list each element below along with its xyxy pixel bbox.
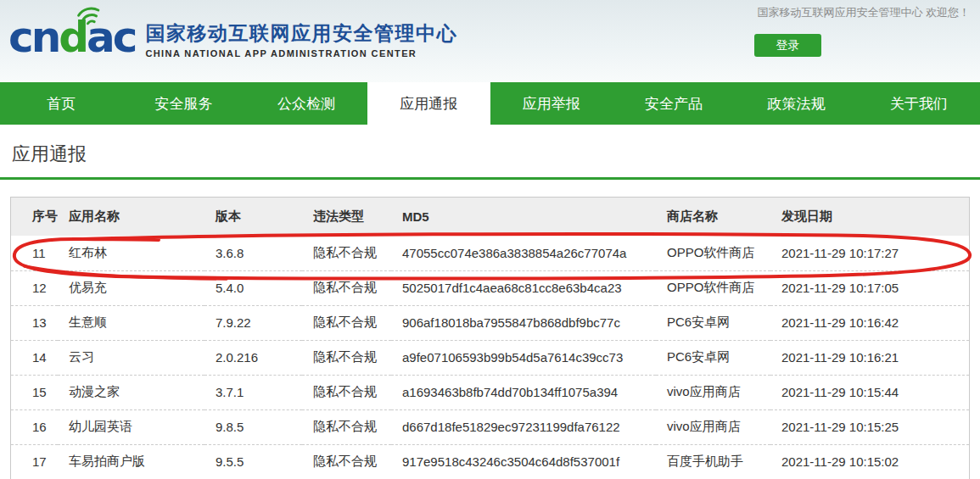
cell-found-date: 2021-11-29 10:15:02 — [770, 444, 969, 479]
nav-item-about-us[interactable]: 关于我们 — [858, 82, 980, 125]
cell-md5: d667d18fe51829ec97231199dfa76122 — [391, 409, 656, 444]
cell-app-name: 生意顺 — [58, 305, 204, 340]
nav-item-security-services[interactable]: 安全服务 — [122, 82, 244, 125]
cell-violation-type: 隐私不合规 — [302, 340, 391, 375]
welcome-text: 国家移动互联网应用安全管理中心 欢迎您！ — [757, 5, 970, 20]
cell-index: 12 — [11, 270, 58, 305]
signal-waves-icon — [75, 4, 104, 26]
cell-found-date: 2021-11-29 10:17:05 — [770, 270, 969, 305]
nav-item-security-products[interactable]: 安全产品 — [613, 82, 735, 125]
cell-index: 17 — [11, 444, 58, 479]
nav-item-home[interactable]: 首页 — [0, 82, 122, 125]
cell-store-name: vivo应用商店 — [656, 409, 770, 444]
nav-item-policies[interactable]: 政策法规 — [735, 82, 857, 125]
site-logo[interactable]: cndac 国家移动互联网应用安全管理中心 CHINA NATIONAL APP… — [8, 11, 457, 64]
cell-md5: 47055cc074e386a3838854a26c77074a — [391, 236, 656, 270]
cell-found-date: 2021-11-29 10:15:44 — [770, 375, 969, 409]
cell-violation-type: 隐私不合规 — [302, 236, 391, 270]
cell-index: 13 — [11, 305, 58, 340]
cell-version: 9.8.5 — [204, 409, 302, 444]
cell-violation-type: 隐私不合规 — [302, 305, 391, 340]
nav-item-app-report[interactable]: 应用举报 — [490, 82, 613, 125]
table-row-17: 17 车易拍商户版 9.5.5 隐私不合规 917e9518c43246c350… — [11, 444, 969, 479]
page-title-section: 应用通报 — [0, 125, 980, 180]
page-title: 应用通报 — [12, 142, 968, 167]
page: 国家移动互联网应用安全管理中心 欢迎您！ 登录 cndac 国家移动互联网应用安… — [0, 0, 980, 479]
cell-found-date: 2021-11-29 10:16:42 — [770, 305, 969, 340]
table-header-row: 序号 应用名称 版本 违法类型 MD5 商店名称 发现日期 — [11, 198, 969, 236]
col-header-md5: MD5 — [391, 198, 656, 236]
cell-md5: 917e9518c43246c3504c64d8f537001f — [391, 444, 656, 479]
cell-store-name: OPPO软件商店 — [656, 270, 770, 305]
col-header-found-date: 发现日期 — [770, 198, 969, 236]
col-header-store-name: 商店名称 — [656, 198, 770, 236]
cell-app-name: 车易拍商户版 — [58, 444, 204, 479]
col-header-violation-type: 违法类型 — [302, 198, 391, 236]
cell-version: 3.7.1 — [204, 375, 302, 409]
site-header: 国家移动互联网应用安全管理中心 欢迎您！ 登录 cndac 国家移动互联网应用安… — [0, 0, 980, 82]
cell-version: 3.6.8 — [204, 236, 302, 270]
cell-index: 15 — [11, 375, 58, 409]
cell-app-name: 幼儿园英语 — [58, 409, 204, 444]
cell-index: 11 — [11, 236, 58, 270]
cell-version: 9.5.5 — [204, 444, 302, 479]
table-row-16: 16 幼儿园英语 9.8.5 隐私不合规 d667d18fe51829ec972… — [11, 409, 969, 444]
login-button[interactable]: 登录 — [754, 34, 821, 57]
logo-title-en: CHINA NATIONAL APP ADMINISTRATION CENTER — [145, 48, 457, 58]
cell-found-date: 2021-11-29 10:17:27 — [770, 236, 969, 270]
table-row-14: 14 云习 2.0.216 隐私不合规 a9fe07106593b99b54d5… — [11, 340, 969, 375]
cell-violation-type: 隐私不合规 — [302, 444, 391, 479]
table-row-13: 13 生意顺 7.9.22 隐私不合规 906af18018ba7955847b… — [11, 305, 969, 340]
cell-store-name: PC6安卓网 — [656, 340, 770, 375]
table-row-15: 15 动漫之家 3.7.1 隐私不合规 a1693463b8fb74dd70b1… — [11, 375, 969, 409]
cell-md5: a1693463b8fb74dd70b134ff1075a394 — [391, 375, 656, 409]
cell-md5: 906af18018ba7955847b868dbf9bc77c — [391, 305, 656, 340]
cell-found-date: 2021-11-29 10:15:25 — [770, 409, 969, 444]
cell-violation-type: 隐私不合规 — [302, 375, 391, 409]
logo-letters-cn: cn — [8, 13, 59, 62]
cell-app-name: 云习 — [58, 340, 204, 375]
logo-acronym: cndac — [8, 11, 135, 64]
cell-md5: a9fe07106593b99b54d5a7614c39cc73 — [391, 340, 656, 375]
cell-app-name: 优易充 — [58, 270, 204, 305]
col-header-version: 版本 — [204, 198, 302, 236]
cell-index: 14 — [11, 340, 58, 375]
cell-version: 7.9.22 — [204, 305, 302, 340]
cell-app-name: 红布林 — [58, 236, 204, 270]
cell-index: 16 — [11, 409, 58, 444]
cell-version: 5.4.0 — [204, 270, 302, 305]
nav-item-public-testing[interactable]: 公众检测 — [245, 82, 367, 125]
cell-app-name: 动漫之家 — [58, 375, 204, 409]
col-header-app-name: 应用名称 — [58, 198, 204, 236]
cell-violation-type: 隐私不合规 — [302, 409, 391, 444]
violation-table: 序号 应用名称 版本 违法类型 MD5 商店名称 发现日期 11 红布林 3.6… — [10, 197, 970, 479]
cell-store-name: OPPO软件商店 — [656, 236, 770, 270]
table-row-11: 11 红布林 3.6.8 隐私不合规 47055cc074e386a383885… — [11, 236, 969, 270]
col-header-index: 序号 — [11, 198, 58, 236]
cell-version: 2.0.216 — [204, 340, 302, 375]
cell-store-name: vivo应用商店 — [656, 375, 770, 409]
cell-md5: 5025017df1c4aea68c81cc8e63b4ca23 — [391, 270, 656, 305]
logo-titles: 国家移动互联网应用安全管理中心 CHINA NATIONAL APP ADMIN… — [145, 17, 457, 58]
cell-store-name: PC6安卓网 — [656, 305, 770, 340]
nav-item-app-bulletin[interactable]: 应用通报 — [367, 82, 490, 125]
cell-found-date: 2021-11-29 10:16:21 — [770, 340, 969, 375]
cell-store-name: 百度手机助手 — [656, 444, 770, 479]
logo-title-zh: 国家移动互联网应用安全管理中心 — [145, 20, 457, 47]
table-row-12: 12 优易充 5.4.0 隐私不合规 5025017df1c4aea68c81c… — [11, 270, 969, 305]
main-nav: 首页 安全服务 公众检测 应用通报 应用举报 安全产品 政策法规 关于我们 — [0, 82, 980, 125]
cell-violation-type: 隐私不合规 — [302, 270, 391, 305]
